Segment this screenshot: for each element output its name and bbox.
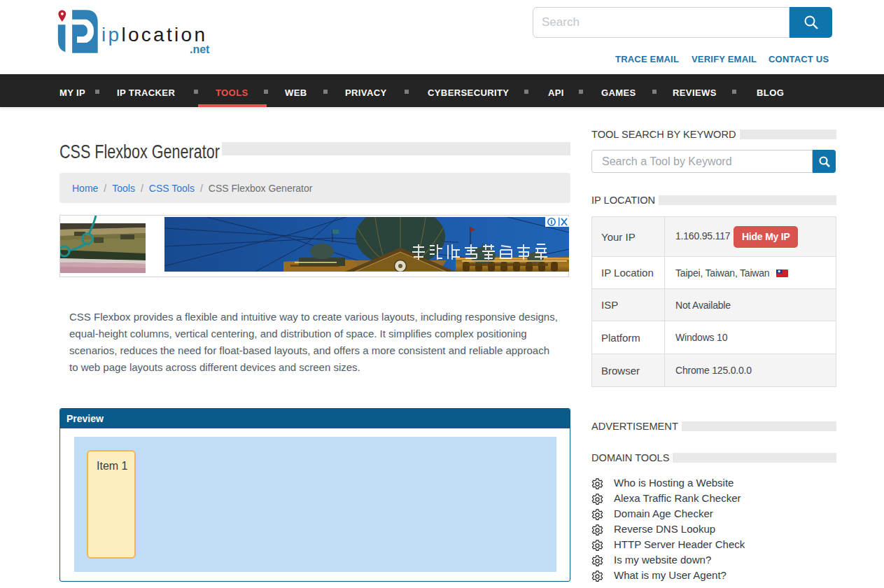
svg-text:iplocation: iplocation	[101, 24, 207, 46]
svg-text:.net: .net	[190, 43, 210, 55]
